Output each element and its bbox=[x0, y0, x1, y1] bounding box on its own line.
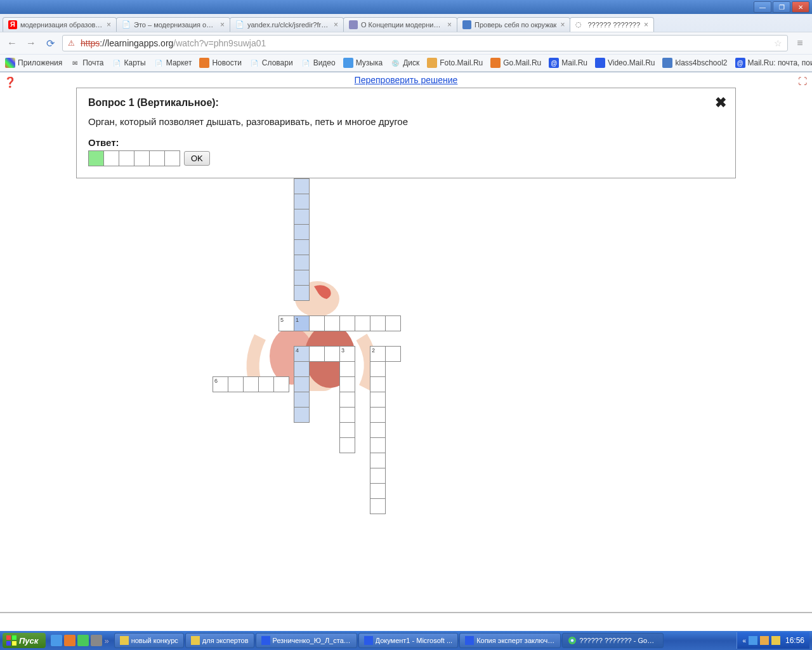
help-icon[interactable]: ❓ bbox=[4, 76, 18, 90]
bookmark-mail[interactable]: ✉Почта bbox=[70, 58, 103, 68]
close-button[interactable]: ✕ bbox=[792, 1, 809, 13]
cw-cell[interactable] bbox=[294, 194, 310, 209]
bookmark-maps[interactable]: 📄Карты bbox=[112, 58, 146, 68]
cw-cell[interactable] bbox=[294, 209, 310, 225]
cw-cell[interactable] bbox=[324, 346, 340, 362]
cw-cell[interactable] bbox=[370, 407, 386, 423]
tab-2[interactable]: 📄yandex.ru/clck/jsredir?from× bbox=[230, 17, 344, 32]
cw-cell[interactable] bbox=[294, 407, 310, 423]
bookmark-foto[interactable]: Foto.Mail.Ru bbox=[427, 58, 483, 68]
cw-cell[interactable] bbox=[385, 315, 401, 331]
expand-icon[interactable]: ⛶ bbox=[798, 76, 808, 86]
answer-cell-0[interactable] bbox=[88, 150, 104, 166]
cw-cell-3[interactable]: 3 bbox=[339, 346, 355, 362]
start-button[interactable]: Пуск bbox=[3, 633, 46, 648]
answer-cell-2[interactable] bbox=[119, 150, 134, 166]
task-word-0[interactable]: Резниченко_Ю_Л_стат... bbox=[256, 633, 357, 648]
ql-firefox-icon[interactable] bbox=[64, 635, 75, 646]
cw-cell[interactable] bbox=[294, 376, 310, 392]
cw-cell[interactable] bbox=[339, 422, 355, 438]
cw-cell[interactable] bbox=[370, 392, 386, 408]
bookmark-news[interactable]: Новости bbox=[199, 58, 241, 68]
answer-cell-3[interactable] bbox=[134, 150, 150, 166]
bookmark-star-icon[interactable]: ☆ bbox=[774, 38, 782, 48]
cw-cell[interactable] bbox=[228, 376, 244, 392]
cw-cell[interactable] bbox=[339, 392, 355, 408]
task-word-2[interactable]: Копия эксперт заключ.... bbox=[459, 633, 561, 648]
cw-cell[interactable] bbox=[294, 392, 310, 408]
tab-3[interactable]: О Концепции модернизац× bbox=[343, 17, 457, 32]
cw-cell-4[interactable]: 4 bbox=[294, 346, 310, 362]
minimize-button[interactable]: — bbox=[754, 1, 771, 13]
cw-cell[interactable] bbox=[339, 361, 355, 377]
cw-cell[interactable] bbox=[370, 468, 386, 484]
tab-1[interactable]: 📄Это – модернизация обра× bbox=[116, 17, 230, 32]
cw-cell[interactable] bbox=[370, 315, 386, 331]
cw-cell-2[interactable]: 2 bbox=[370, 346, 386, 362]
bookmark-apps[interactable]: Приложения bbox=[5, 58, 62, 68]
cw-cell[interactable] bbox=[294, 285, 310, 301]
cw-cell[interactable] bbox=[309, 315, 325, 331]
cw-cell[interactable] bbox=[370, 483, 386, 499]
bookmark-market[interactable]: 📄Маркет bbox=[154, 58, 192, 68]
bookmark-mailrufull[interactable]: @Mail.Ru: почта, поиск... bbox=[735, 58, 812, 68]
ql-expand-icon[interactable]: » bbox=[104, 636, 108, 646]
cw-cell[interactable] bbox=[339, 437, 355, 453]
tray-expand-icon[interactable]: « bbox=[742, 637, 746, 644]
task-chrome-active[interactable]: ?????? ??????? - Goog... bbox=[562, 633, 664, 648]
cw-cell[interactable] bbox=[294, 224, 310, 240]
tab-4[interactable]: Проверь себя по окружак× bbox=[457, 17, 570, 32]
bookmark-klass[interactable]: klass4bschool2 bbox=[662, 58, 727, 68]
cw-cell[interactable] bbox=[243, 376, 259, 392]
ql-ie-icon[interactable] bbox=[51, 635, 62, 646]
tab-close-icon[interactable]: × bbox=[220, 20, 225, 29]
cw-cell[interactable] bbox=[339, 376, 355, 392]
answer-cell-1[interactable] bbox=[103, 150, 119, 166]
tab-close-icon[interactable]: × bbox=[334, 20, 338, 29]
cw-cell[interactable] bbox=[294, 255, 310, 270]
tray-clock[interactable]: 16:56 bbox=[785, 636, 804, 645]
url-bar[interactable]: ⚠ https://learningapps.org/watch?v=phn9s… bbox=[62, 35, 788, 51]
maximize-button[interactable]: ❐ bbox=[773, 1, 790, 13]
cw-cell-1[interactable]: 1 bbox=[294, 315, 310, 331]
tab-0[interactable]: Ямодернизация образован× bbox=[3, 17, 117, 32]
tab-close-icon[interactable]: × bbox=[107, 20, 111, 29]
menu-button[interactable]: ≡ bbox=[793, 36, 807, 50]
cw-cell[interactable] bbox=[309, 346, 325, 362]
cw-cell[interactable] bbox=[339, 407, 355, 423]
tray-icon[interactable] bbox=[760, 636, 769, 645]
cw-cell[interactable] bbox=[370, 453, 386, 468]
task-word-1[interactable]: Документ1 - Microsoft ... bbox=[358, 633, 459, 648]
cw-cell-5[interactable]: 5 bbox=[278, 315, 294, 331]
reload-button[interactable]: ⟳ bbox=[43, 36, 57, 50]
back-button[interactable]: ← bbox=[5, 36, 19, 50]
bookmark-dict[interactable]: 📄Словари bbox=[249, 58, 293, 68]
recheck-link[interactable]: Перепроверить решение bbox=[0, 72, 812, 88]
cw-cell[interactable] bbox=[339, 315, 355, 331]
task-folder-0[interactable]: новый конкурс bbox=[114, 633, 184, 648]
tray-icon[interactable] bbox=[771, 636, 780, 645]
answer-cells[interactable] bbox=[88, 150, 180, 166]
cw-cell[interactable] bbox=[370, 498, 386, 514]
task-folder-1[interactable]: для экспертов bbox=[185, 633, 254, 648]
bookmark-videomail[interactable]: Video.Mail.Ru bbox=[595, 58, 655, 68]
cw-cell[interactable] bbox=[294, 178, 310, 194]
answer-cell-4[interactable] bbox=[149, 150, 165, 166]
cw-cell[interactable] bbox=[273, 376, 289, 392]
cw-cell[interactable] bbox=[355, 315, 370, 331]
cw-cell[interactable] bbox=[370, 361, 386, 377]
cw-cell[interactable] bbox=[294, 361, 310, 377]
ok-button[interactable]: OK bbox=[184, 151, 210, 166]
bookmark-go[interactable]: Go.Mail.Ru bbox=[490, 58, 541, 68]
bookmark-disk[interactable]: 💿Диск bbox=[390, 58, 419, 68]
bookmark-video[interactable]: 📄Видео bbox=[301, 58, 336, 68]
cw-cell[interactable] bbox=[258, 376, 274, 392]
cw-cell[interactable] bbox=[385, 346, 401, 362]
tray-icon[interactable] bbox=[749, 636, 757, 645]
question-close-button[interactable]: ✖ bbox=[715, 95, 726, 111]
bookmark-music[interactable]: Музыка bbox=[343, 58, 383, 68]
cw-cell[interactable] bbox=[370, 422, 386, 438]
tab-close-icon[interactable]: × bbox=[644, 20, 648, 29]
cw-cell[interactable] bbox=[370, 376, 386, 392]
forward-button[interactable]: → bbox=[24, 36, 38, 50]
